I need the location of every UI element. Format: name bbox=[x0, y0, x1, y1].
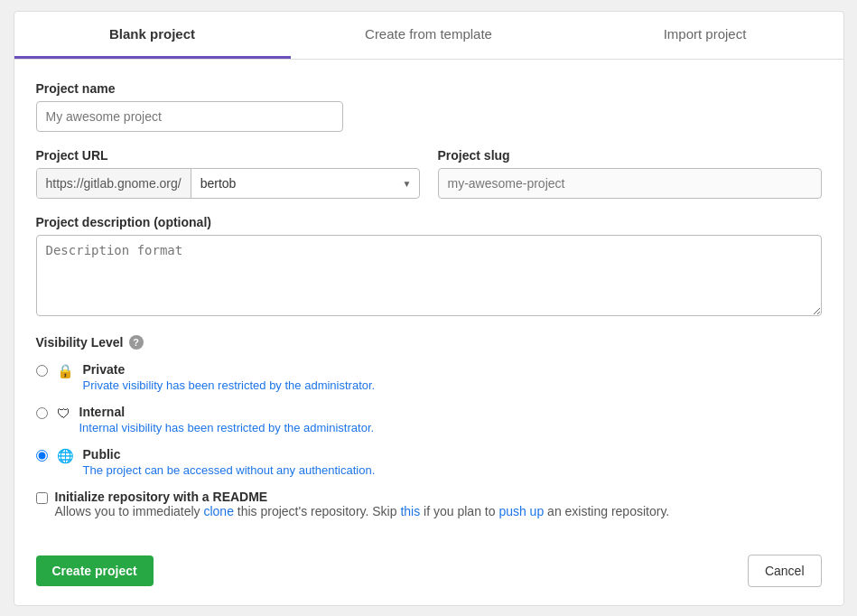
visibility-public-radio[interactable] bbox=[36, 450, 48, 462]
visibility-private-title: Private bbox=[83, 362, 376, 377]
tab-import-project[interactable]: Import project bbox=[567, 12, 843, 59]
help-icon[interactable]: ? bbox=[129, 335, 144, 350]
url-namespace-select[interactable]: bertob bbox=[191, 169, 419, 198]
form-footer: Create project Cancel bbox=[14, 555, 843, 605]
project-name-group: Project name bbox=[36, 81, 822, 132]
lock-icon: 🔒 bbox=[57, 363, 74, 379]
project-name-input[interactable] bbox=[36, 101, 343, 132]
globe-icon: 🌐 bbox=[57, 448, 74, 464]
visibility-internal-desc: Internal visibility has been restricted … bbox=[79, 421, 375, 434]
visibility-heading: Visibility Level ? bbox=[36, 335, 822, 350]
init-readme-row: Initialize repository with a README Allo… bbox=[36, 490, 822, 518]
url-slug-row: Project URL https://gitlab.gnome.org/ be… bbox=[36, 148, 822, 199]
visibility-internal-text: Internal Internal visibility has been re… bbox=[79, 405, 375, 434]
visibility-public-title: Public bbox=[83, 447, 376, 462]
push-link[interactable]: push up bbox=[498, 504, 544, 518]
init-readme-text: Initialize repository with a README Allo… bbox=[55, 490, 670, 518]
tab-blank-project[interactable]: Blank project bbox=[14, 12, 291, 59]
url-namespace-wrapper: bertob ▼ bbox=[191, 169, 419, 198]
visibility-public-desc: The project can be accessed without any … bbox=[83, 463, 376, 477]
cancel-button[interactable]: Cancel bbox=[748, 555, 822, 587]
create-project-button[interactable]: Create project bbox=[36, 555, 154, 586]
project-url-label: Project URL bbox=[36, 148, 420, 163]
skip-link[interactable]: this bbox=[400, 504, 420, 518]
init-readme-checkbox[interactable] bbox=[36, 492, 48, 504]
url-base-text: https://gitlab.gnome.org/ bbox=[37, 169, 191, 198]
create-project-modal: Blank project Create from template Impor… bbox=[14, 11, 844, 606]
visibility-private-option: 🔒 Private Private visibility has been re… bbox=[36, 362, 822, 392]
description-group: Project description (optional) bbox=[36, 215, 822, 319]
visibility-public-option: 🌐 Public The project can be accessed wit… bbox=[36, 447, 822, 477]
visibility-internal-title: Internal bbox=[79, 405, 375, 419]
shield-icon: 🛡 bbox=[57, 406, 70, 421]
visibility-private-text: Private Private visibility has been rest… bbox=[83, 362, 376, 392]
project-slug-group: Project slug bbox=[438, 148, 822, 199]
url-input-wrapper: https://gitlab.gnome.org/ bertob ▼ bbox=[36, 168, 420, 199]
description-label: Project description (optional) bbox=[36, 215, 822, 229]
project-name-label: Project name bbox=[36, 81, 822, 96]
init-readme-label: Initialize repository with a README bbox=[55, 490, 268, 504]
visibility-internal-option: 🛡 Internal Internal visibility has been … bbox=[36, 405, 822, 434]
tab-create-from-template[interactable]: Create from template bbox=[291, 12, 567, 59]
project-slug-input[interactable] bbox=[438, 168, 822, 199]
tab-bar: Blank project Create from template Impor… bbox=[14, 12, 843, 60]
visibility-private-radio[interactable] bbox=[36, 365, 48, 377]
form-body: Project name Project URL https://gitlab.… bbox=[14, 60, 843, 555]
visibility-private-desc: Private visibility has been restricted b… bbox=[83, 378, 376, 392]
init-readme-desc: Allows you to immediately clone this pro… bbox=[55, 504, 670, 518]
visibility-internal-radio[interactable] bbox=[36, 407, 48, 419]
project-slug-label: Project slug bbox=[438, 148, 822, 163]
visibility-section: Visibility Level ? 🔒 Private Private vis… bbox=[36, 335, 822, 477]
description-textarea[interactable] bbox=[36, 235, 822, 316]
project-url-group: Project URL https://gitlab.gnome.org/ be… bbox=[36, 148, 420, 199]
visibility-public-text: Public The project can be accessed witho… bbox=[83, 447, 376, 477]
clone-link[interactable]: clone bbox=[203, 504, 233, 518]
